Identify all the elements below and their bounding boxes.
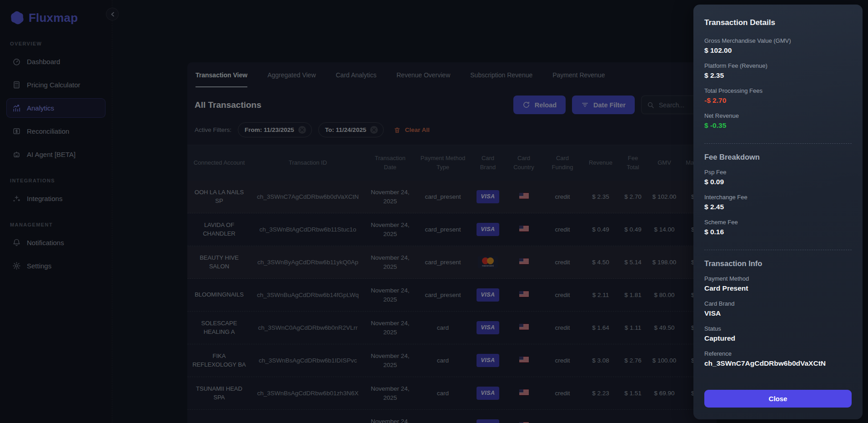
- metric-label: Interchange Fee: [704, 194, 852, 201]
- metric-value: $ 102.00: [704, 46, 852, 55]
- metric-processing-fees: Total Processing Fees -$ 2.70: [704, 87, 852, 105]
- metric-label: Reference: [704, 350, 852, 357]
- metric-interchange-fee: Interchange Fee $ 2.45: [704, 194, 852, 211]
- metric-value: $ 0.09: [704, 178, 852, 186]
- divider: [704, 143, 852, 144]
- metric-gmv: Gross Merchandise Value (GMV) $ 102.00: [704, 37, 852, 55]
- transaction-details-panel: Transaction Details Gross Merchandise Va…: [693, 5, 863, 419]
- metric-value: $ 2.45: [704, 203, 852, 211]
- metric-value: $ 0.16: [704, 228, 852, 236]
- info-reference: Reference ch_3SWnC7AgCdDRbw6b0dVaXCtN: [704, 350, 852, 368]
- close-button[interactable]: Close: [704, 390, 852, 408]
- transaction-info-heading: Transaction Info: [704, 259, 852, 268]
- metric-label: Card Brand: [704, 300, 852, 307]
- metric-label: Net Revenue: [704, 112, 852, 119]
- metric-value: Captured: [704, 334, 852, 342]
- metric-value: VISA: [704, 309, 852, 317]
- metric-label: Payment Method: [704, 275, 852, 282]
- metric-label: Psp Fee: [704, 169, 852, 176]
- info-payment-method: Payment Method Card Present: [704, 275, 852, 292]
- metric-platform-fee: Platform Fee (Revenue) $ 2.35: [704, 62, 852, 80]
- metric-value-negative: -$ 2.70: [704, 96, 852, 105]
- metric-value: ch_3SWnC7AgCdDRbw6b0dVaXCtN: [704, 359, 852, 368]
- metric-value: $ 2.35: [704, 71, 852, 80]
- metric-net-revenue: Net Revenue $ -0.35: [704, 112, 852, 130]
- metric-value: Card Present: [704, 284, 852, 292]
- metric-label: Gross Merchandise Value (GMV): [704, 37, 852, 44]
- metric-label: Platform Fee (Revenue): [704, 62, 852, 69]
- fee-breakdown-heading: Fee Breakdown: [704, 153, 852, 161]
- info-status: Status Captured: [704, 325, 852, 342]
- metric-label: Scheme Fee: [704, 219, 852, 226]
- divider: [704, 250, 852, 250]
- metric-psp-fee: Psp Fee $ 0.09: [704, 169, 852, 186]
- metric-label: Total Processing Fees: [704, 87, 852, 94]
- panel-title: Transaction Details: [704, 18, 852, 27]
- metric-label: Status: [704, 325, 852, 332]
- metric-scheme-fee: Scheme Fee $ 0.16: [704, 219, 852, 236]
- metric-value-positive: $ -0.35: [704, 121, 852, 130]
- info-card-brand: Card Brand VISA: [704, 300, 852, 317]
